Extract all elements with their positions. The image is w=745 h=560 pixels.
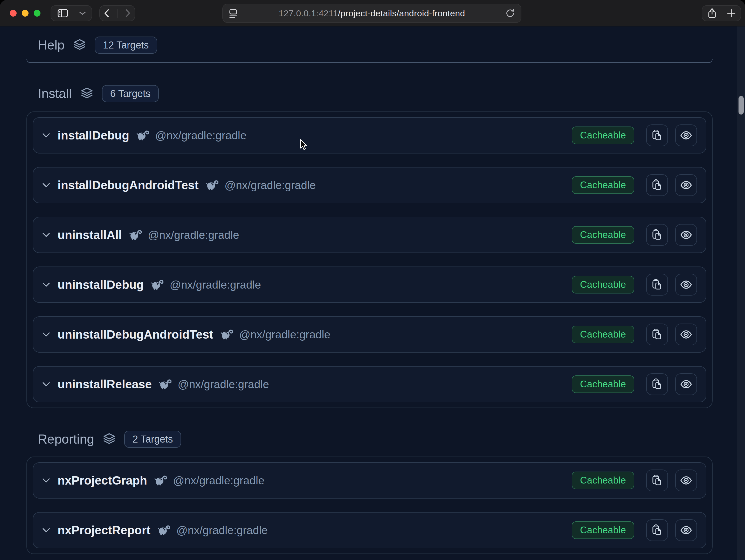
view-target-button[interactable] <box>675 224 697 246</box>
target-name: uninstallDebug <box>58 278 144 292</box>
view-target-button[interactable] <box>675 274 697 295</box>
window-controls <box>10 10 40 16</box>
view-target-button[interactable] <box>675 469 697 491</box>
sidebar-icon[interactable] <box>57 8 69 19</box>
target-row[interactable]: uninstallDebug @nx/gradle:gradle Cacheab… <box>33 267 706 303</box>
copy-target-button[interactable] <box>646 125 668 146</box>
target-executor: @nx/gradle:gradle <box>176 524 268 537</box>
section-title: Reporting <box>38 432 94 447</box>
target-executor: @nx/gradle:gradle <box>170 278 261 291</box>
clipboard-copy-icon <box>651 278 663 291</box>
url-text: 127.0.0.1:4211/project-details/android-f… <box>279 8 465 19</box>
chevron-down-icon[interactable] <box>42 133 50 138</box>
eye-icon <box>680 278 692 291</box>
gradle-icon <box>158 525 170 536</box>
eye-icon <box>680 474 692 487</box>
clipboard-copy-icon <box>651 129 663 142</box>
cacheable-badge: Cacheable <box>572 226 634 244</box>
chevron-down-icon[interactable] <box>42 382 50 387</box>
target-executor: @nx/gradle:gradle <box>148 229 239 241</box>
gradle-icon <box>151 279 163 290</box>
clipboard-copy-icon <box>651 328 663 341</box>
gradle-icon <box>154 475 167 486</box>
eye-icon <box>680 129 692 142</box>
view-target-button[interactable] <box>675 519 697 541</box>
nav-buttons <box>99 5 135 21</box>
targets-count-badge: 6 Targets <box>102 85 159 102</box>
copy-target-button[interactable] <box>646 274 668 295</box>
nav-divider <box>117 9 118 18</box>
share-icon[interactable] <box>707 7 717 19</box>
target-executor: @nx/gradle:gradle <box>155 129 247 142</box>
chevron-down-icon[interactable] <box>42 282 50 287</box>
target-row[interactable]: installDebugAndroidTest @nx/gradle:gradl… <box>33 167 706 203</box>
eye-icon <box>680 229 692 241</box>
chevron-down-icon[interactable] <box>42 478 50 483</box>
minimize-window-button[interactable] <box>22 10 29 16</box>
clipboard-copy-icon <box>651 474 663 487</box>
target-name: uninstallAll <box>58 228 122 242</box>
target-name: installDebugAndroidTest <box>58 178 199 192</box>
targets-count-badge: 2 Targets <box>124 431 181 448</box>
url-path: /project-details/android-frontend <box>338 8 465 18</box>
view-target-button[interactable] <box>675 373 697 395</box>
zoom-window-button[interactable] <box>34 10 40 16</box>
gradle-icon <box>206 180 219 190</box>
eye-icon <box>680 378 692 390</box>
cacheable-badge: Cacheable <box>572 176 634 194</box>
copy-target-button[interactable] <box>646 469 668 491</box>
view-target-button[interactable] <box>675 323 697 345</box>
chevron-down-icon[interactable] <box>79 11 86 15</box>
copy-target-button[interactable] <box>646 373 668 395</box>
back-icon[interactable] <box>103 8 110 18</box>
layers-icon <box>72 38 87 53</box>
sidebar-toggle-group[interactable] <box>51 5 92 21</box>
view-target-button[interactable] <box>675 125 697 146</box>
close-window-button[interactable] <box>10 10 17 16</box>
cacheable-badge: Cacheable <box>572 521 634 539</box>
copy-target-button[interactable] <box>646 174 668 196</box>
chevron-down-icon[interactable] <box>42 182 50 188</box>
target-row[interactable]: uninstallDebugAndroidTest @nx/gradle:gra… <box>33 316 706 353</box>
cacheable-badge: Cacheable <box>572 375 634 393</box>
chevron-down-icon[interactable] <box>42 528 50 533</box>
target-row[interactable]: nxProjectGraph @nx/gradle:gradle Cacheab… <box>33 462 706 498</box>
chevron-down-icon[interactable] <box>42 332 50 337</box>
eye-icon <box>680 328 692 341</box>
targets-count-badge: 12 Targets <box>95 37 157 54</box>
target-executor: @nx/gradle:gradle <box>239 328 330 341</box>
section-heading-reporting: Reporting 2 Targets <box>38 432 713 447</box>
gradle-icon <box>221 329 233 340</box>
targets-content: Help 12 Targets Install 6 Targets instal… <box>27 27 713 554</box>
target-name: nxProjectReport <box>58 523 151 537</box>
scrollbar-track[interactable] <box>737 27 745 560</box>
clipboard-copy-icon <box>651 524 663 536</box>
chevron-down-icon[interactable] <box>42 232 50 238</box>
gradle-icon <box>136 130 149 141</box>
target-row[interactable]: installDebug @nx/gradle:gradle Cacheable <box>33 117 706 153</box>
target-executor: @nx/gradle:gradle <box>178 378 269 391</box>
reload-icon[interactable] <box>505 8 515 19</box>
browser-window: 127.0.0.1:4211/project-details/android-f… <box>0 0 745 560</box>
target-row[interactable]: uninstallAll @nx/gradle:gradle Cacheable <box>33 217 706 253</box>
copy-target-button[interactable] <box>646 224 668 246</box>
target-executor: @nx/gradle:gradle <box>225 179 316 191</box>
address-bar[interactable]: 127.0.0.1:4211/project-details/android-f… <box>222 4 521 23</box>
layers-icon <box>102 432 117 447</box>
help-card-bottom-edge <box>27 59 713 63</box>
gradle-icon <box>129 230 142 240</box>
new-tab-icon[interactable] <box>726 8 737 19</box>
target-name: installDebug <box>58 128 129 142</box>
view-target-button[interactable] <box>675 174 697 196</box>
project-details-page: Help 12 Targets Install 6 Targets instal… <box>0 27 745 560</box>
cacheable-badge: Cacheable <box>572 276 634 293</box>
target-row[interactable]: uninstallRelease @nx/gradle:gradle Cache… <box>33 366 706 403</box>
reporting-targets-card: nxProjectGraph @nx/gradle:gradle Cacheab… <box>27 457 713 554</box>
target-name: nxProjectGraph <box>58 474 147 487</box>
page-settings-icon[interactable] <box>229 8 238 19</box>
copy-target-button[interactable] <box>646 323 668 345</box>
scrollbar-thumb[interactable] <box>739 96 744 115</box>
target-row[interactable]: nxProjectReport @nx/gradle:gradle Cachea… <box>33 512 706 548</box>
forward-icon[interactable] <box>125 8 131 18</box>
copy-target-button[interactable] <box>646 519 668 541</box>
